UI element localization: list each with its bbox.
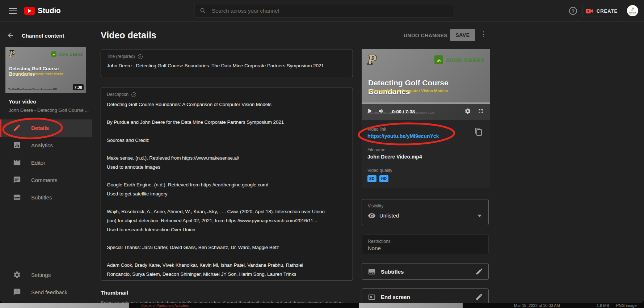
sidebar-item-label: Editor <box>31 160 45 166</box>
undo-changes-button[interactable]: UNDO CHANGES <box>404 33 447 38</box>
description-field[interactable]: Description ? Detecting Golf Course Boun… <box>101 88 353 280</box>
title-field-label: Title (required) <box>107 54 135 59</box>
filename-value: John Deere Video.mp4 <box>367 154 422 160</box>
player-slide-subtitle: A Comparison of Computer Vision Models <box>368 89 448 93</box>
sidebar-item-label: Subtitles <box>31 194 52 201</box>
description-line <box>107 199 348 208</box>
john-deere-wordmark: JOHN DEERE <box>446 57 485 63</box>
player-settings-icon[interactable] <box>464 108 471 114</box>
fullscreen-icon[interactable] <box>477 108 484 114</box>
title-field[interactable]: Title (required) ? John Deere - Detectin… <box>101 50 353 77</box>
restrictions-value: None <box>368 245 381 251</box>
description-line <box>107 109 348 118</box>
edit-pencil-icon[interactable] <box>475 293 483 301</box>
chevron-down-icon[interactable] <box>477 215 482 217</box>
thumbnail-section-label: Thumbnail <box>101 290 128 296</box>
sidebar-item-comments[interactable]: Comments <box>0 172 92 189</box>
description-line: Detecting Golf Course Boundaries: A Comp… <box>107 100 348 109</box>
end-screen-card-label: End screen <box>381 294 410 300</box>
john-deere-deer-icon <box>434 55 443 64</box>
video-link-label: Video link <box>367 127 386 132</box>
description-line: (iou) for object detection. Retrieved Ap… <box>107 216 348 225</box>
comments-icon <box>13 176 21 184</box>
save-button[interactable]: SAVE <box>450 29 475 41</box>
player-progress-bar[interactable] <box>362 102 490 104</box>
your-video-label: Your video <box>9 98 36 105</box>
description-line: Google Earth Engine. (n.d.). Retrieved f… <box>107 181 348 190</box>
create-camera-icon <box>586 8 594 14</box>
video-quality-label: Video quality <box>367 168 392 173</box>
hamburger-menu-icon[interactable] <box>9 8 17 14</box>
video-link-url[interactable]: https://youtu.be/yMI9ecunYck <box>367 133 439 139</box>
description-line <box>107 234 348 243</box>
duration-badge: 7:38 <box>73 84 84 90</box>
thumbnail-hint-text: Select or upload a picture that shows wh… <box>101 300 350 303</box>
sidebar-item-analytics[interactable]: Analytics <box>0 137 92 154</box>
sidebar-item-label: Comments <box>31 177 58 183</box>
file-type: PNG image <box>616 303 637 308</box>
video-preview-card: P JOHN DEERE Detecting Golf Course Bound… <box>362 49 490 188</box>
description-line: Adam Cook, Brady Kane, Vivek Khanolkar, … <box>107 261 348 270</box>
visibility-label: Visibility <box>368 203 383 208</box>
description-help-icon[interactable]: ? <box>131 92 136 97</box>
youtube-studio-window: Studio ? CREATE P PURDUE UNIVERSITY <box>0 0 644 303</box>
description-line: Wajih, Rosebrock, A., Anne, Ahmed, W., K… <box>107 207 348 216</box>
feedback-icon <box>13 288 21 296</box>
sidebar-item-editor[interactable]: Editor <box>0 154 92 172</box>
restrictions-card[interactable]: Restrictions None <box>362 235 489 254</box>
description-line: Used to research Intersection Over Union <box>107 225 348 235</box>
youtube-logo-icon[interactable] <box>24 7 35 15</box>
subtitles-card-label: Subtitles <box>381 269 404 275</box>
visibility-card[interactable]: Visibility Unlisted <box>362 199 489 225</box>
pencil-icon <box>13 124 21 132</box>
filename-label: Filename <box>367 147 385 152</box>
sidebar-item-send-feedback[interactable]: Send feedback <box>0 284 92 301</box>
account-avatar[interactable]: P PURDUE UNIVERSITY <box>627 5 638 16</box>
description-line: Sources and Credit: <box>107 136 348 145</box>
back-arrow-icon[interactable] <box>7 31 14 39</box>
john-deere-logo: JOHN DEERE <box>434 55 485 64</box>
sidebar-item-details[interactable]: Details <box>0 119 92 137</box>
search-icon <box>199 7 207 14</box>
description-line <box>107 172 348 181</box>
description-line: Make sense. (n.d.). Retrieved from https… <box>107 154 348 163</box>
play-icon[interactable] <box>367 108 373 114</box>
description-field-label: Description <box>107 92 129 97</box>
create-button[interactable]: CREATE <box>582 5 621 17</box>
title-help-icon[interactable]: ? <box>138 54 143 59</box>
player-slide-title: Detecting Golf Course Boundaries <box>368 79 490 96</box>
bar-chart-icon <box>13 141 21 149</box>
description-line: Roncancio, Surya Salem, Deacon Shininger… <box>107 270 348 279</box>
purdue-logo: P <box>367 51 376 68</box>
sidebar-item-subtitles[interactable]: Subtitles <box>0 189 92 206</box>
gear-icon <box>13 271 21 279</box>
sidebar-item-settings[interactable]: Settings <box>0 266 92 284</box>
description-text[interactable]: Detecting Golf Course Boundaries: A Comp… <box>107 100 348 279</box>
title-field-value[interactable]: John Deere - Detecting Golf Course Bound… <box>107 63 348 68</box>
sidebar-item-label: Send feedback <box>31 289 67 295</box>
video-player[interactable]: P JOHN DEERE Detecting Golf Course Bound… <box>362 49 490 120</box>
background-gradient-right <box>359 303 463 308</box>
end-screen-icon <box>368 293 376 301</box>
background-red-text: Suspend Participant Activities <box>141 303 189 308</box>
channel-search[interactable] <box>194 4 453 17</box>
background-gradient-left <box>0 303 129 308</box>
subtitles-icon <box>13 193 21 201</box>
search-input[interactable] <box>212 4 443 17</box>
studio-wordmark: Studio <box>38 6 61 15</box>
description-line <box>107 252 348 261</box>
channel-content-title: Channel content <box>22 33 64 39</box>
help-icon[interactable]: ? <box>569 7 577 15</box>
subtitles-card[interactable]: Subtitles <box>362 263 489 280</box>
more-options-icon[interactable]: ⋮ <box>480 30 487 38</box>
sidebar-item-label: Analytics <box>31 142 53 148</box>
sidebar: Channel content P JOHN DEERE Detecting G… <box>0 22 92 303</box>
john-deere-logo: JOHN DEERE <box>51 51 83 57</box>
edit-pencil-icon[interactable] <box>475 267 483 275</box>
copy-icon[interactable] <box>474 127 483 136</box>
editor-clapper-icon <box>13 159 21 166</box>
visibility-value: Unlisted <box>379 212 399 219</box>
avatar-p-glyph: P <box>627 6 638 12</box>
volume-icon[interactable] <box>378 108 385 114</box>
end-screen-card[interactable]: End screen <box>362 288 489 303</box>
